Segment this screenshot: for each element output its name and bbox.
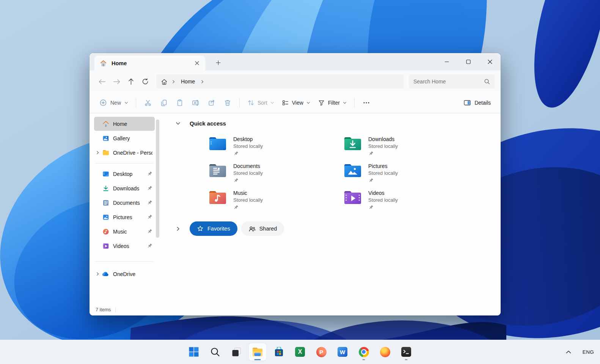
share-icon [208,99,215,107]
pin-icon [147,185,152,191]
copy-icon [160,99,168,107]
filter-label: Filter [328,100,340,106]
window-controls [436,53,501,71]
sidebar-item-onedrive[interactable]: OneDrive [94,267,155,281]
powerpoint-button[interactable]: P [313,343,330,361]
favorites-section: Favorites Shared [176,221,501,236]
sidebar-item-downloads[interactable]: Downloads [94,181,155,195]
expand-chevron-icon[interactable] [96,272,102,276]
tile-downloads[interactable]: Downloads Stored locally [342,135,460,157]
microsoft-store-button[interactable] [270,343,287,361]
maximize-icon [466,60,471,64]
breadcrumb-chevron-icon[interactable] [200,80,204,84]
new-button[interactable]: New [96,97,132,109]
refresh-icon [142,78,149,85]
sidebar-item-music[interactable]: Music [94,224,155,238]
maximize-button[interactable] [457,53,479,71]
sidebar-item-gallery[interactable]: Gallery [94,131,155,145]
file-explorer-taskbar-button[interactable] [249,343,266,361]
copy-button[interactable] [156,96,172,110]
favorites-pill-button[interactable]: Favorites [190,221,237,236]
delete-button[interactable] [220,96,236,110]
word-icon: W [338,347,347,357]
status-bar: 7 items [90,304,501,315]
tile-pictures[interactable]: Pictures Stored locally [342,162,460,184]
toolbar-separator [239,98,240,108]
excel-button[interactable]: X [291,343,309,361]
desktop-icon [102,170,109,177]
home-icon [102,120,109,127]
quick-access-header[interactable]: Quick access [176,120,501,127]
ellipsis-icon [363,99,370,107]
paste-button[interactable] [172,96,188,110]
expand-chevron-icon[interactable] [176,226,181,231]
breadcrumb-home[interactable]: Home [179,78,196,85]
navigation-bar: Home [90,71,501,93]
pin-icon [233,151,239,156]
music-folder-icon [208,190,227,206]
tab-close-button[interactable] [192,58,202,69]
share-button[interactable] [204,96,220,110]
task-view-button[interactable] [228,343,245,361]
downloads-folder-icon [343,136,362,152]
search-icon[interactable] [484,78,490,85]
pin-icon [147,243,152,249]
new-tab-button[interactable] [212,56,224,69]
sidebar-item-documents[interactable]: Documents [94,196,155,210]
tile-videos[interactable]: Videos Stored locally [342,189,460,211]
minimize-button[interactable] [436,53,457,71]
sidebar-item-pictures[interactable]: Pictures [94,210,155,224]
pin-icon [233,178,239,183]
tile-music[interactable]: Music Stored locally [207,189,325,211]
language-indicator[interactable]: ENG [583,349,594,355]
sidebar-item-onedrive-personal[interactable]: OneDrive - Personal [94,146,155,160]
search-taskbar-button[interactable] [206,343,224,361]
tab-home[interactable]: Home [94,56,205,71]
firefox-button[interactable] [376,343,394,361]
tray-expand-button[interactable] [566,350,571,354]
video-icon [102,242,109,249]
details-button[interactable]: Details [460,97,495,108]
sort-label: Sort [258,100,267,106]
windows-logo-icon [189,347,199,357]
sidebar-divider [95,163,154,163]
close-window-button[interactable] [479,53,501,71]
search-input[interactable] [413,78,484,85]
sidebar-item-videos[interactable]: Videos [94,239,155,253]
file-explorer-window: Home [90,53,501,315]
sidebar-scrollbar[interactable] [156,119,159,238]
chevron-down-icon [306,101,310,105]
active-app-indicator [254,359,261,360]
filter-button[interactable]: Filter [314,97,350,108]
view-button[interactable]: View [278,97,314,108]
rename-button[interactable] [188,96,204,110]
refresh-button[interactable] [138,75,152,88]
pin-icon [368,205,374,210]
videos-folder-icon [343,190,362,206]
start-button[interactable] [185,343,203,361]
back-button[interactable] [95,75,109,88]
view-icon [282,99,289,106]
shared-pill-button[interactable]: Shared [241,221,284,236]
picture-icon [102,213,109,221]
toolbar-separator [136,98,136,108]
pin-icon [147,200,152,206]
sidebar-item-desktop[interactable]: Desktop [94,167,155,181]
tile-documents[interactable]: Documents Stored locally [207,162,325,184]
sidebar-item-home[interactable]: Home [94,117,155,131]
up-button[interactable] [124,75,138,88]
chrome-button[interactable] [355,343,372,361]
tile-desktop[interactable]: Desktop Stored locally [207,135,325,157]
collapse-chevron-icon[interactable] [176,121,181,126]
sort-button[interactable]: Sort [243,97,278,108]
forward-button[interactable] [109,75,124,88]
address-bar[interactable]: Home [156,74,404,89]
expand-chevron-icon[interactable] [96,151,102,155]
cut-button[interactable] [140,96,156,110]
toolbar-separator [354,98,355,108]
word-button[interactable]: W [334,343,351,361]
more-options-button[interactable] [358,96,374,110]
pin-icon [147,171,152,177]
gallery-icon [102,135,109,142]
terminal-button[interactable] [397,343,415,361]
